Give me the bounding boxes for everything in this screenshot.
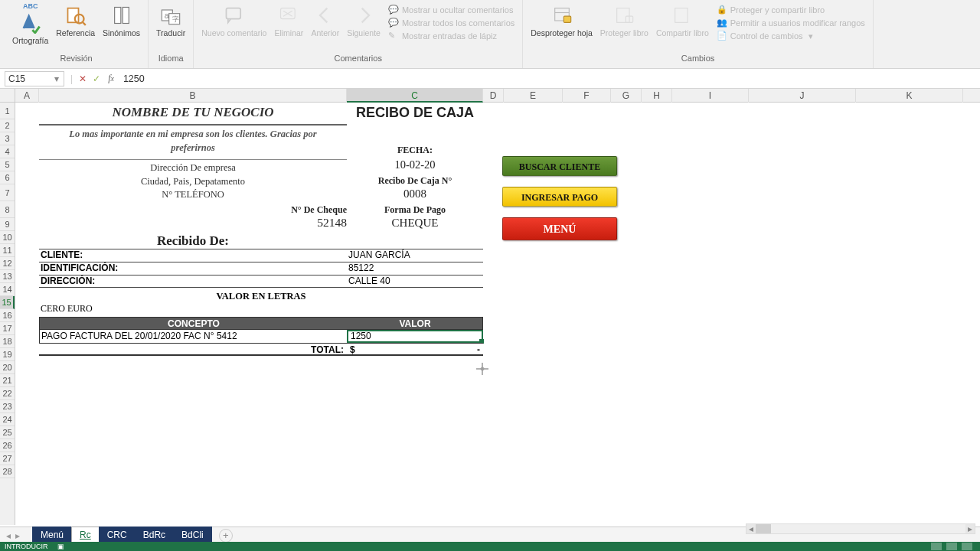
cheque-label: N° De Cheque xyxy=(245,204,347,216)
eliminar-comentario-button: Eliminar xyxy=(271,2,306,52)
col-header-A[interactable]: A xyxy=(15,89,39,103)
ingresar-pago-button[interactable]: INGRESAR PAGO xyxy=(502,187,617,207)
row-header-1[interactable]: 1 xyxy=(0,103,15,119)
col-header-E[interactable]: E xyxy=(504,89,563,103)
col-header-F[interactable]: F xyxy=(563,89,611,103)
scroll-thumb[interactable] xyxy=(756,524,771,533)
worksheet-grid[interactable]: ABCDEFGHIJK 1234567891011121314151617181… xyxy=(0,89,980,525)
row-header-22[interactable]: 22 xyxy=(0,387,15,400)
cells-area[interactable]: NOMBRE DE TU NEGOCIO RECIBO DE CAJA Lo m… xyxy=(15,103,980,525)
row-header-18[interactable]: 18 xyxy=(0,335,15,348)
col-header-J[interactable]: J xyxy=(749,89,856,103)
prev-comment-icon xyxy=(315,5,336,26)
col-header-H[interactable]: H xyxy=(642,89,672,103)
row-header-28[interactable]: 28 xyxy=(0,465,15,478)
scroll-right-icon[interactable]: ▸ xyxy=(965,524,975,533)
row-header-3[interactable]: 3 xyxy=(0,132,15,145)
fx-icon[interactable]: fx xyxy=(103,73,119,84)
row-headers[interactable]: 1234567891011121314151617181920212223242… xyxy=(0,103,15,525)
fecha-value: 10-02-20 xyxy=(347,158,483,171)
fecha-label: FECHA: xyxy=(347,144,483,156)
referencia-button[interactable]: Referencia xyxy=(53,2,98,52)
cambios-options: 🔒Proteger y compartir libro 👥Permitir a … xyxy=(714,2,868,52)
status-bar: INTRODUCIR ▣ xyxy=(0,542,980,551)
row-header-10[interactable]: 10 xyxy=(0,231,15,244)
siguiente-comentario-button: Siguiente xyxy=(344,2,384,52)
col-header-G[interactable]: G xyxy=(611,89,642,103)
svg-rect-3 xyxy=(114,8,120,24)
confirm-entry-button[interactable]: ✓ xyxy=(90,72,103,86)
col-header-D[interactable]: D xyxy=(483,89,504,103)
ortografia-button[interactable]: ABC Ortografía xyxy=(9,2,51,52)
svg-text:a: a xyxy=(165,11,169,20)
col-header-I[interactable]: I xyxy=(672,89,749,103)
ribbon-group-cambios: Desproteger hoja Proteger libro Comparti… xyxy=(523,0,874,68)
table-row[interactable]: PAGO FACTURA DEL 20/01/2020 FAC N° 5412 … xyxy=(39,330,483,343)
row-header-26[interactable]: 26 xyxy=(0,439,15,452)
add-sheet-button[interactable]: + xyxy=(219,529,233,543)
business-slogan: Lo mas importante en mi empresa son los … xyxy=(39,126,347,160)
col-header-B[interactable]: B xyxy=(39,89,347,103)
row-header-19[interactable]: 19 xyxy=(0,348,15,361)
page-layout-view-icon[interactable] xyxy=(946,543,957,550)
translate-icon: a字 xyxy=(160,5,181,26)
sheet-tab-bar: ◂▸ MenúRcCRCBdRcBdCli + ◂ ▸ xyxy=(0,527,980,543)
col-header-C[interactable]: C xyxy=(347,89,483,103)
proteger-libro-button: Proteger libro xyxy=(597,2,652,52)
anterior-comentario-button: Anterior xyxy=(308,2,342,52)
row-header-27[interactable]: 27 xyxy=(0,452,15,465)
row-header-25[interactable]: 25 xyxy=(0,426,15,439)
row-header-21[interactable]: 21 xyxy=(0,374,15,387)
spellcheck-icon xyxy=(20,12,41,34)
svg-text:字: 字 xyxy=(172,15,179,23)
row-header-9[interactable]: 9 xyxy=(0,218,15,231)
col-header-K[interactable]: K xyxy=(856,89,963,103)
row-header-20[interactable]: 20 xyxy=(0,361,15,374)
tab-next-icon[interactable]: ▸ xyxy=(15,530,20,541)
row-header-12[interactable]: 12 xyxy=(0,257,15,270)
row-header-17[interactable]: 17 xyxy=(0,322,15,335)
table-head: CONCEPTO VALOR xyxy=(39,317,483,330)
nuevo-comentario-button[interactable]: Nuevo comentario xyxy=(198,2,270,52)
row-header-15[interactable]: 15 xyxy=(0,296,15,309)
desproteger-hoja-button[interactable]: Desproteger hoja xyxy=(528,2,596,52)
buscar-cliente-button[interactable]: BUSCAR CLIENTE xyxy=(502,156,617,176)
row-header-6[interactable]: 6 xyxy=(0,171,15,184)
row-header-23[interactable]: 23 xyxy=(0,400,15,413)
row-header-14[interactable]: 14 xyxy=(0,283,15,296)
view-switcher[interactable] xyxy=(931,543,980,550)
normal-view-icon[interactable] xyxy=(931,543,942,550)
select-all-corner[interactable] xyxy=(0,89,15,103)
name-box[interactable]: C15 ▾ xyxy=(5,71,64,86)
page-break-view-icon[interactable] xyxy=(962,543,972,550)
cancel-entry-button[interactable]: ✕ xyxy=(76,72,90,86)
tab-prev-icon[interactable]: ◂ xyxy=(6,530,11,541)
row-header-13[interactable]: 13 xyxy=(0,270,15,283)
row-header-7[interactable]: 7 xyxy=(0,184,15,201)
cheque-value: 52148 xyxy=(245,216,347,230)
row-header-2[interactable]: 2 xyxy=(0,119,15,132)
traducir-button[interactable]: a字 Traducir xyxy=(153,2,188,52)
row-header-5[interactable]: 5 xyxy=(0,158,15,171)
horizontal-scrollbar[interactable]: ◂ ▸ xyxy=(746,523,975,534)
macro-record-icon[interactable]: ▣ xyxy=(57,543,64,550)
group-label-comentarios: Comentarios xyxy=(335,54,382,63)
sinonimos-button[interactable]: Sinónimos xyxy=(100,2,143,52)
menu-button[interactable]: MENÚ xyxy=(502,217,617,240)
row-header-16[interactable]: 16 xyxy=(0,309,15,322)
row-header-8[interactable]: 8 xyxy=(0,201,15,218)
valor-cell[interactable]: 1250 xyxy=(348,330,482,343)
concepto-cell[interactable]: PAGO FACTURA DEL 20/01/2020 FAC N° 5412 xyxy=(40,330,348,343)
scroll-left-icon[interactable]: ◂ xyxy=(746,524,756,533)
column-headers[interactable]: ABCDEFGHIJK xyxy=(15,89,980,103)
row-header-4[interactable]: 4 xyxy=(0,145,15,158)
chevron-down-icon[interactable]: ▾ xyxy=(54,73,60,84)
ribbon-group-idioma: a字 Traducir Idioma xyxy=(149,0,194,68)
ribbon: ABC Ortografía Referencia Sinónimos Revi… xyxy=(0,0,980,69)
tab-nav-arrows[interactable]: ◂▸ xyxy=(6,530,20,541)
row-header-11[interactable]: 11 xyxy=(0,244,15,257)
formula-input[interactable] xyxy=(119,71,980,86)
status-mode: INTRODUCIR xyxy=(5,543,48,550)
row-header-24[interactable]: 24 xyxy=(0,413,15,426)
phone-line: N° TELÉFONO xyxy=(39,187,347,201)
